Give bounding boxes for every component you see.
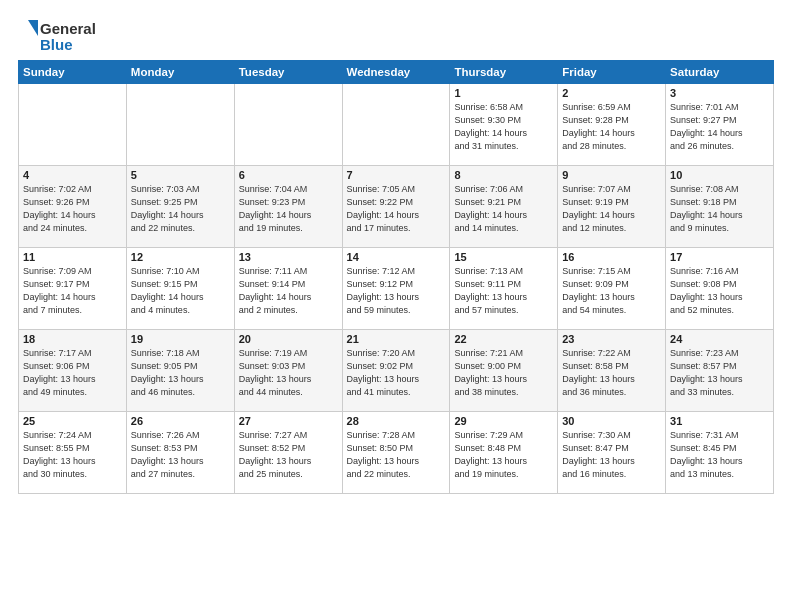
day-number: 1 <box>454 87 553 99</box>
calendar-cell: 16Sunrise: 7:15 AM Sunset: 9:09 PM Dayli… <box>558 248 666 330</box>
day-info: Sunrise: 7:21 AM Sunset: 9:00 PM Dayligh… <box>454 347 553 399</box>
calendar-cell: 25Sunrise: 7:24 AM Sunset: 8:55 PM Dayli… <box>19 412 127 494</box>
calendar-cell: 28Sunrise: 7:28 AM Sunset: 8:50 PM Dayli… <box>342 412 450 494</box>
calendar-cell: 4Sunrise: 7:02 AM Sunset: 9:26 PM Daylig… <box>19 166 127 248</box>
calendar-cell: 17Sunrise: 7:16 AM Sunset: 9:08 PM Dayli… <box>666 248 774 330</box>
day-info: Sunrise: 6:58 AM Sunset: 9:30 PM Dayligh… <box>454 101 553 153</box>
day-info: Sunrise: 7:29 AM Sunset: 8:48 PM Dayligh… <box>454 429 553 481</box>
day-info: Sunrise: 7:31 AM Sunset: 8:45 PM Dayligh… <box>670 429 769 481</box>
day-info: Sunrise: 7:05 AM Sunset: 9:22 PM Dayligh… <box>347 183 446 235</box>
day-info: Sunrise: 7:15 AM Sunset: 9:09 PM Dayligh… <box>562 265 661 317</box>
day-info: Sunrise: 7:08 AM Sunset: 9:18 PM Dayligh… <box>670 183 769 235</box>
calendar-cell: 30Sunrise: 7:30 AM Sunset: 8:47 PM Dayli… <box>558 412 666 494</box>
day-info: Sunrise: 7:09 AM Sunset: 9:17 PM Dayligh… <box>23 265 122 317</box>
day-number: 26 <box>131 415 230 427</box>
day-number: 7 <box>347 169 446 181</box>
calendar-cell: 6Sunrise: 7:04 AM Sunset: 9:23 PM Daylig… <box>234 166 342 248</box>
day-number: 2 <box>562 87 661 99</box>
day-info: Sunrise: 7:26 AM Sunset: 8:53 PM Dayligh… <box>131 429 230 481</box>
day-info: Sunrise: 7:18 AM Sunset: 9:05 PM Dayligh… <box>131 347 230 399</box>
day-number: 10 <box>670 169 769 181</box>
day-info: Sunrise: 7:06 AM Sunset: 9:21 PM Dayligh… <box>454 183 553 235</box>
calendar-cell: 22Sunrise: 7:21 AM Sunset: 9:00 PM Dayli… <box>450 330 558 412</box>
day-info: Sunrise: 7:17 AM Sunset: 9:06 PM Dayligh… <box>23 347 122 399</box>
calendar-cell: 24Sunrise: 7:23 AM Sunset: 8:57 PM Dayli… <box>666 330 774 412</box>
calendar-cell: 3Sunrise: 7:01 AM Sunset: 9:27 PM Daylig… <box>666 84 774 166</box>
day-info: Sunrise: 7:11 AM Sunset: 9:14 PM Dayligh… <box>239 265 338 317</box>
day-number: 24 <box>670 333 769 345</box>
calendar-cell: 21Sunrise: 7:20 AM Sunset: 9:02 PM Dayli… <box>342 330 450 412</box>
day-number: 29 <box>454 415 553 427</box>
calendar-cell: 8Sunrise: 7:06 AM Sunset: 9:21 PM Daylig… <box>450 166 558 248</box>
day-info: Sunrise: 7:27 AM Sunset: 8:52 PM Dayligh… <box>239 429 338 481</box>
calendar-cell: 13Sunrise: 7:11 AM Sunset: 9:14 PM Dayli… <box>234 248 342 330</box>
day-info: Sunrise: 7:19 AM Sunset: 9:03 PM Dayligh… <box>239 347 338 399</box>
col-header-friday: Friday <box>558 61 666 84</box>
day-number: 4 <box>23 169 122 181</box>
col-header-tuesday: Tuesday <box>234 61 342 84</box>
calendar-cell: 27Sunrise: 7:27 AM Sunset: 8:52 PM Dayli… <box>234 412 342 494</box>
calendar-cell: 10Sunrise: 7:08 AM Sunset: 9:18 PM Dayli… <box>666 166 774 248</box>
calendar-cell: 12Sunrise: 7:10 AM Sunset: 9:15 PM Dayli… <box>126 248 234 330</box>
day-info: Sunrise: 7:03 AM Sunset: 9:25 PM Dayligh… <box>131 183 230 235</box>
day-number: 22 <box>454 333 553 345</box>
calendar-cell: 19Sunrise: 7:18 AM Sunset: 9:05 PM Dayli… <box>126 330 234 412</box>
col-header-wednesday: Wednesday <box>342 61 450 84</box>
day-info: Sunrise: 7:12 AM Sunset: 9:12 PM Dayligh… <box>347 265 446 317</box>
day-number: 23 <box>562 333 661 345</box>
day-number: 12 <box>131 251 230 263</box>
day-info: Sunrise: 6:59 AM Sunset: 9:28 PM Dayligh… <box>562 101 661 153</box>
logo-svg: GeneralBlue <box>18 16 98 56</box>
day-number: 15 <box>454 251 553 263</box>
day-number: 3 <box>670 87 769 99</box>
day-info: Sunrise: 7:07 AM Sunset: 9:19 PM Dayligh… <box>562 183 661 235</box>
logo: GeneralBlue <box>18 16 98 56</box>
day-number: 27 <box>239 415 338 427</box>
day-info: Sunrise: 7:02 AM Sunset: 9:26 PM Dayligh… <box>23 183 122 235</box>
day-number: 8 <box>454 169 553 181</box>
day-info: Sunrise: 7:23 AM Sunset: 8:57 PM Dayligh… <box>670 347 769 399</box>
day-info: Sunrise: 7:04 AM Sunset: 9:23 PM Dayligh… <box>239 183 338 235</box>
svg-text:Blue: Blue <box>40 36 73 53</box>
day-info: Sunrise: 7:16 AM Sunset: 9:08 PM Dayligh… <box>670 265 769 317</box>
day-number: 9 <box>562 169 661 181</box>
calendar-cell: 18Sunrise: 7:17 AM Sunset: 9:06 PM Dayli… <box>19 330 127 412</box>
day-number: 16 <box>562 251 661 263</box>
calendar-cell: 2Sunrise: 6:59 AM Sunset: 9:28 PM Daylig… <box>558 84 666 166</box>
day-number: 20 <box>239 333 338 345</box>
day-number: 17 <box>670 251 769 263</box>
svg-marker-2 <box>28 20 38 36</box>
day-info: Sunrise: 7:10 AM Sunset: 9:15 PM Dayligh… <box>131 265 230 317</box>
day-info: Sunrise: 7:30 AM Sunset: 8:47 PM Dayligh… <box>562 429 661 481</box>
calendar-cell: 29Sunrise: 7:29 AM Sunset: 8:48 PM Dayli… <box>450 412 558 494</box>
svg-text:General: General <box>40 20 96 37</box>
day-info: Sunrise: 7:20 AM Sunset: 9:02 PM Dayligh… <box>347 347 446 399</box>
calendar-cell: 11Sunrise: 7:09 AM Sunset: 9:17 PM Dayli… <box>19 248 127 330</box>
calendar-cell <box>126 84 234 166</box>
col-header-saturday: Saturday <box>666 61 774 84</box>
col-header-sunday: Sunday <box>19 61 127 84</box>
day-number: 5 <box>131 169 230 181</box>
calendar-cell: 15Sunrise: 7:13 AM Sunset: 9:11 PM Dayli… <box>450 248 558 330</box>
day-info: Sunrise: 7:01 AM Sunset: 9:27 PM Dayligh… <box>670 101 769 153</box>
col-header-monday: Monday <box>126 61 234 84</box>
day-number: 30 <box>562 415 661 427</box>
col-header-thursday: Thursday <box>450 61 558 84</box>
day-number: 18 <box>23 333 122 345</box>
day-info: Sunrise: 7:24 AM Sunset: 8:55 PM Dayligh… <box>23 429 122 481</box>
calendar-cell: 7Sunrise: 7:05 AM Sunset: 9:22 PM Daylig… <box>342 166 450 248</box>
calendar-cell: 9Sunrise: 7:07 AM Sunset: 9:19 PM Daylig… <box>558 166 666 248</box>
calendar-cell <box>234 84 342 166</box>
calendar-cell <box>342 84 450 166</box>
day-number: 28 <box>347 415 446 427</box>
day-number: 25 <box>23 415 122 427</box>
calendar-cell: 5Sunrise: 7:03 AM Sunset: 9:25 PM Daylig… <box>126 166 234 248</box>
day-number: 19 <box>131 333 230 345</box>
calendar-cell: 1Sunrise: 6:58 AM Sunset: 9:30 PM Daylig… <box>450 84 558 166</box>
calendar-cell: 14Sunrise: 7:12 AM Sunset: 9:12 PM Dayli… <box>342 248 450 330</box>
day-info: Sunrise: 7:22 AM Sunset: 8:58 PM Dayligh… <box>562 347 661 399</box>
calendar-cell: 23Sunrise: 7:22 AM Sunset: 8:58 PM Dayli… <box>558 330 666 412</box>
calendar-cell: 20Sunrise: 7:19 AM Sunset: 9:03 PM Dayli… <box>234 330 342 412</box>
calendar-cell <box>19 84 127 166</box>
calendar-cell: 31Sunrise: 7:31 AM Sunset: 8:45 PM Dayli… <box>666 412 774 494</box>
